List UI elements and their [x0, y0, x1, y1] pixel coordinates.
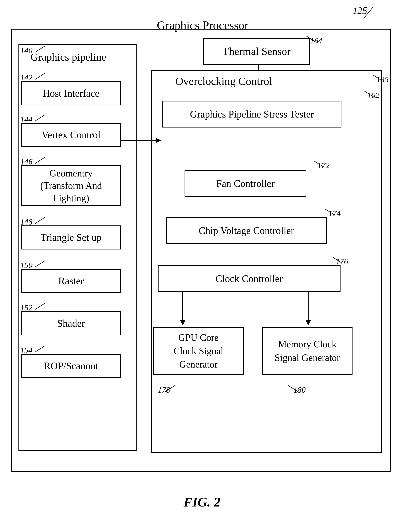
- shader-box: Shader: [21, 311, 121, 335]
- ref-148: 148: [20, 217, 32, 227]
- ref-125: 125: [353, 5, 367, 16]
- figure-label: FIG. 2: [183, 494, 220, 510]
- page: 125 Graphics Processor 140 Graphics pipe…: [0, 0, 404, 532]
- ref-162: 162: [367, 91, 379, 100]
- ref-146: 146: [20, 157, 32, 167]
- gpu-core-clock-box: GPU Core Clock Signal Generator: [153, 327, 244, 375]
- ref-178: 178: [158, 385, 170, 395]
- ref-172: 172: [317, 161, 330, 170]
- ref-152: 152: [20, 303, 32, 312]
- ref-154: 154: [20, 345, 32, 355]
- chip-voltage-box: Chip Voltage Controller: [166, 217, 327, 244]
- ref-144: 144: [20, 115, 32, 124]
- ref-164: 164: [310, 36, 322, 45]
- geometry-box: Geomentry (Transform And Lighting): [21, 165, 121, 206]
- ref-150: 150: [20, 260, 32, 270]
- ref-135: 135: [377, 75, 389, 84]
- vertex-control-box: Vertex Control: [21, 123, 121, 147]
- fan-controller-box: Fan Controller: [184, 170, 306, 197]
- graphics-processor-label: Graphics Processor: [157, 19, 248, 32]
- triangle-setup-box: Triangle Set up: [21, 226, 121, 249]
- memory-clock-box: Memory Clock Signal Generator: [262, 327, 353, 375]
- overclocking-control-label: Overclocking Control: [175, 75, 272, 88]
- host-interface-box: Host Interface: [21, 81, 121, 105]
- clock-controller-box: Clock Controller: [158, 265, 341, 292]
- rop-scanout-box: ROP/Scanout: [21, 354, 121, 378]
- raster-box: Raster: [21, 269, 121, 293]
- ref-180: 180: [293, 385, 306, 395]
- ref-142: 142: [20, 73, 32, 82]
- graphics-pipeline-label: Graphics pipeline: [31, 51, 106, 63]
- ref-176: 176: [336, 257, 348, 266]
- gp-stress-tester-box: Graphics Pipeline Stress Tester: [162, 101, 341, 128]
- ref-174: 174: [328, 209, 341, 218]
- thermal-sensor-box: Thermal Sensor: [203, 38, 310, 65]
